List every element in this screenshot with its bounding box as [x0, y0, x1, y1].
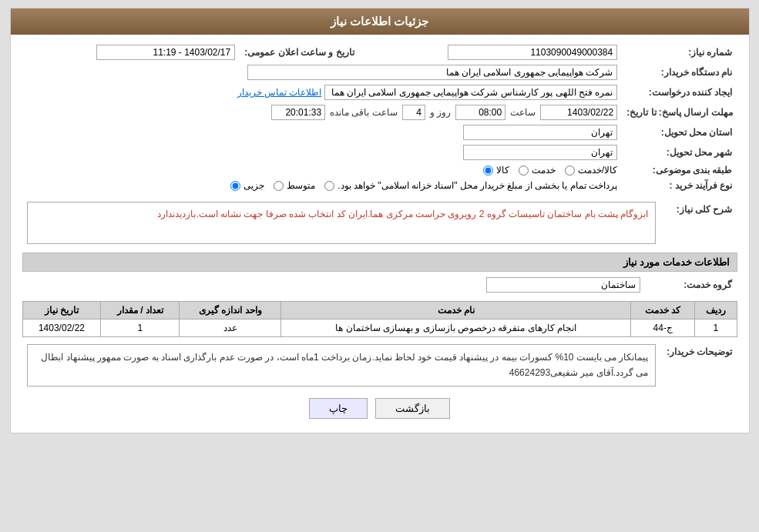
deadline-value: 1403/02/22 ساعت 08:00 روز و 4 ساعت باقی …	[22, 102, 623, 122]
services-thead: ردیف کد خدمت نام خدمت واحد اندازه گیری ت…	[22, 302, 737, 320]
remaining-input: 20:01:33	[271, 105, 325, 120]
city-value: تهران	[22, 142, 623, 162]
service-group-value: ساختمان	[22, 275, 645, 295]
province-value: تهران	[22, 122, 623, 142]
col-row: ردیف	[695, 302, 737, 320]
radio-item-motavasset: متوسط	[274, 180, 315, 191]
need-desc-box: ابزوگام پشت بام ساختمان تاسیسات گروه 2 ر…	[27, 202, 656, 244]
service-group-label: گروه خدمت:	[645, 275, 737, 295]
need-number-input: 1103090049000384	[448, 45, 617, 60]
radio-esnad-label: پرداخت تمام یا بخشی از مبلغ خریدار محل "…	[338, 180, 617, 191]
days-label: روز و	[430, 107, 451, 118]
table-row: استان محل تحویل: تهران	[22, 122, 737, 142]
need-number-label: شماره نیاز:	[622, 42, 737, 62]
col-code: کد خدمت	[631, 302, 695, 320]
table-header-row: ردیف کد خدمت نام خدمت واحد اندازه گیری ت…	[22, 302, 737, 320]
radio-item-kala: کالا	[483, 165, 509, 176]
services-table: ردیف کد خدمت نام خدمت واحد اندازه گیری ت…	[22, 301, 737, 337]
table-row: ایجاد کننده درخواست: نمره فتح اللهی پور …	[22, 82, 737, 102]
service-group-input: ساختمان	[486, 277, 640, 293]
category-radio-group: کالا/خدمت خدمت کالا	[27, 165, 618, 176]
col-qty: تعداد / مقدار	[101, 302, 180, 320]
buyer-org-input: شرکت هواپیمایی جمهوری اسلامی ایران هما	[247, 65, 617, 80]
page-header: جزئیات اطلاعات نیاز	[11, 8, 749, 35]
announce-value: 1403/02/17 - 11:19	[22, 42, 240, 62]
buyer-org-value: شرکت هواپیمایی جمهوری اسلامی ایران هما	[22, 62, 623, 82]
city-label: شهر محل تحویل:	[622, 142, 737, 162]
buyer-notes-box: پیمانکار می بایست 10% کسورات بیمه در پیش…	[27, 344, 656, 386]
table-row: شهر محل تحویل: تهران	[22, 142, 737, 162]
time-label: ساعت	[510, 107, 536, 118]
purchase-type-radios: پرداخت تمام یا بخشی از مبلغ خریدار محل "…	[22, 178, 623, 193]
radio-motavasset-label: متوسط	[287, 180, 315, 191]
table-row: توضیحات خریدار: پیمانکار می بایست 10% کس…	[22, 342, 737, 389]
radio-item-esnad: پرداخت تمام یا بخشی از مبلغ خریدار محل "…	[324, 180, 617, 191]
table-row: طبقه بندی موضوعی: کالا/خدمت خدمت کالا	[22, 162, 737, 178]
cell-qty: 1	[101, 320, 180, 337]
cell-name: انجام کارهای متفرقه درخصوص بازسازی و بهس…	[281, 320, 631, 337]
buttons-row: بازگشت چاپ	[22, 398, 737, 419]
buyer-notes-label: توضیحات خریدار:	[660, 342, 737, 389]
radio-kala-khedmat-label: کالا/خدمت	[578, 165, 617, 176]
remaining-label: ساعت باقی مانده	[330, 107, 398, 118]
cell-code: ج-44	[631, 320, 695, 337]
table-row: شماره نیاز: 1103090049000384 تاریخ و ساع…	[22, 42, 737, 62]
radio-motavasset[interactable]	[274, 181, 284, 191]
table-row: نوع فرآیند خرید : پرداخت تمام یا بخشی از…	[22, 178, 737, 193]
cell-date: 1403/02/22	[22, 320, 101, 337]
creator-label: ایجاد کننده درخواست:	[622, 82, 737, 102]
category-radios: کالا/خدمت خدمت کالا	[22, 162, 623, 178]
table-row: شرح کلی نیاز: ابزوگام پشت بام ساختمان تا…	[22, 199, 737, 246]
announce-label: تاریخ و ساعت اعلان عمومی:	[240, 42, 358, 62]
days-input: 4	[402, 105, 425, 120]
radio-khedmat-label: خدمت	[532, 165, 556, 176]
radio-item-jozi: جزیی	[230, 180, 264, 191]
service-group-table: گروه خدمت: ساختمان	[22, 275, 737, 295]
radio-kala-label: کالا	[496, 165, 509, 176]
cell-row: 1	[695, 320, 737, 337]
info-table: شماره نیاز: 1103090049000384 تاریخ و ساع…	[22, 42, 737, 193]
contact-link[interactable]: اطلاعات تماس خریدار	[237, 87, 322, 98]
services-tbody: 1ج-44انجام کارهای متفرقه درخصوص بازسازی …	[22, 320, 737, 337]
radio-khedmat[interactable]	[519, 166, 529, 176]
col-date: تاریخ نیاز	[22, 302, 101, 320]
deadline-label: مهلت ارسال پاسخ: تا تاریخ:	[622, 102, 737, 122]
radio-item-kala-khedmat: کالا/خدمت	[565, 165, 617, 176]
table-row: نام دستگاه خریدار: شرکت هواپیمایی جمهوری…	[22, 62, 737, 82]
main-container: جزئیات اطلاعات نیاز شماره نیاز: 11030900…	[10, 8, 750, 433]
services-section-title: اطلاعات خدمات مورد نیاز	[22, 253, 737, 272]
radio-kala[interactable]	[483, 166, 493, 176]
city-input: تهران	[463, 145, 617, 160]
col-unit: واحد اندازه گیری	[180, 302, 281, 320]
announce-input: 1403/02/17 - 11:19	[96, 45, 235, 60]
page-title: جزئیات اطلاعات نیاز	[331, 15, 428, 28]
need-desc-label: شرح کلی نیاز:	[660, 199, 737, 246]
need-number-value: 1103090049000384	[359, 42, 623, 62]
radio-jozi-label: جزیی	[243, 180, 264, 191]
creator-value: نمره فتح اللهی پور کارشناس شرکت هواپیمای…	[22, 82, 623, 102]
radio-item-khedmat: خدمت	[519, 165, 556, 176]
province-input: تهران	[463, 125, 617, 140]
need-desc-table: شرح کلی نیاز: ابزوگام پشت بام ساختمان تا…	[22, 199, 737, 246]
time-input: 08:00	[455, 105, 505, 120]
print-button[interactable]: چاپ	[309, 398, 368, 419]
purchase-type-label: نوع فرآیند خرید :	[622, 178, 737, 193]
radio-jozi[interactable]	[230, 181, 240, 191]
table-row: 1ج-44انجام کارهای متفرقه درخصوص بازسازی …	[22, 320, 737, 337]
buyer-notes-value: پیمانکار می بایست 10% کسورات بیمه در پیش…	[22, 342, 660, 389]
radio-kala-khedmat[interactable]	[565, 166, 575, 176]
purchase-radio-group: پرداخت تمام یا بخشی از مبلغ خریدار محل "…	[27, 180, 618, 191]
table-row: گروه خدمت: ساختمان	[22, 275, 737, 295]
province-label: استان محل تحویل:	[622, 122, 737, 142]
col-name: نام خدمت	[281, 302, 631, 320]
radio-esnad[interactable]	[324, 181, 334, 191]
category-label: طبقه بندی موضوعی:	[622, 162, 737, 178]
buyer-notes-table: توضیحات خریدار: پیمانکار می بایست 10% کس…	[22, 342, 737, 389]
deadline-date-input: 1403/02/22	[540, 105, 617, 120]
table-row: مهلت ارسال پاسخ: تا تاریخ: 1403/02/22 سا…	[22, 102, 737, 122]
content-area: شماره نیاز: 1103090049000384 تاریخ و ساع…	[11, 35, 749, 433]
back-button[interactable]: بازگشت	[375, 398, 450, 419]
creator-input: نمره فتح اللهی پور کارشناس شرکت هواپیمای…	[324, 85, 617, 100]
cell-unit: عدد	[180, 320, 281, 337]
buyer-org-label: نام دستگاه خریدار:	[622, 62, 737, 82]
